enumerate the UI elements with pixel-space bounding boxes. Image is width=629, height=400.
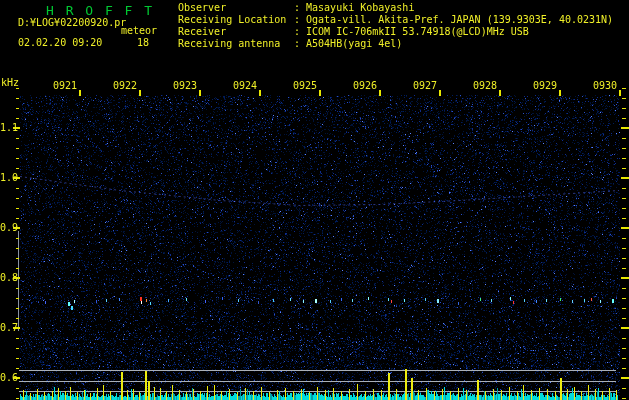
freq-label-1.1: 1.1 <box>0 122 18 133</box>
station-info-block: Observer: Masayuki KobayashiReceiving Lo… <box>178 2 613 50</box>
datetime-label: 02.02.20 09:20 <box>18 37 102 48</box>
info-value: : Ogata-vill. Akita-Pref. JAPAN (139.930… <box>294 14 613 25</box>
freq-label-0.6: 0.6 <box>0 372 18 383</box>
time-label-0922: 0922 <box>113 80 137 91</box>
info-value: : A504HB(yagi 4el) <box>294 38 402 49</box>
time-label-0930: 0930 <box>593 80 617 91</box>
hrofft-window: H R O F F T D:¥LOG¥02200920.pr meteor 02… <box>0 0 629 400</box>
time-label-0927: 0927 <box>413 80 437 91</box>
time-label-0921: 0921 <box>53 80 77 91</box>
time-label-0928: 0928 <box>473 80 497 91</box>
echo-count: 18 <box>137 37 149 48</box>
freq-label-0.7: 0.7 <box>0 322 18 333</box>
station-info-row: Receiving antenna: A504HB(yagi 4el) <box>178 38 613 50</box>
y-axis-unit-label: kHz <box>1 77 19 88</box>
time-label-0929: 0929 <box>533 80 557 91</box>
info-label: Observer <box>178 2 294 14</box>
app-title: H R O F F T <box>46 3 154 18</box>
station-label: meteor <box>121 25 157 36</box>
station-info-row: Observer: Masayuki Kobayashi <box>178 2 613 14</box>
station-info-row: Receiver: ICOM IC-706mkII 53.74918(@LCD)… <box>178 26 613 38</box>
time-label-0923: 0923 <box>173 80 197 91</box>
info-label: Receiving antenna <box>178 38 294 50</box>
time-label-0925: 0925 <box>293 80 317 91</box>
freq-label-1.0: 1.0 <box>0 172 18 183</box>
time-label-0926: 0926 <box>353 80 377 91</box>
time-label-0924: 0924 <box>233 80 257 91</box>
info-label: Receiver <box>178 26 294 38</box>
info-label: Receiving Location <box>178 14 294 26</box>
info-value: : Masayuki Kobayashi <box>294 2 414 13</box>
station-info-row: Receiving Location: Ogata-vill. Akita-Pr… <box>178 14 613 26</box>
freq-label-0.8: 0.8 <box>0 272 18 283</box>
log-file-path: D:¥LOG¥02200920.pr <box>18 17 126 28</box>
info-value: : ICOM IC-706mkII 53.74918(@LCD)MHz USB <box>294 26 529 37</box>
freq-label-0.9: 0.9 <box>0 222 18 233</box>
spectrogram-canvas <box>0 0 629 400</box>
